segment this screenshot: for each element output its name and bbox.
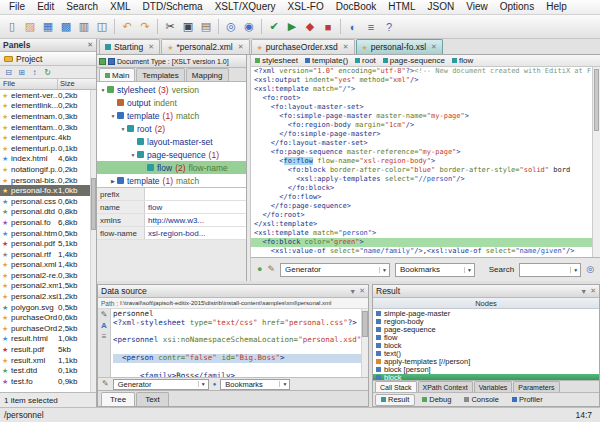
file-row[interactable]: ★personal2-re...0,3kb [0, 270, 96, 281]
doc-tab-main[interactable]: Main [99, 68, 135, 81]
tab-purchaseorder-xsd[interactable]: ★purchaseOrder.xsd✕ [251, 39, 355, 54]
menu-view[interactable]: View [460, 0, 494, 14]
collapse-all-icon[interactable]: ⊟ [3, 67, 14, 78]
undo-icon[interactable]: ↶ [118, 18, 136, 36]
panels-close-icon[interactable]: ✕ [87, 41, 93, 49]
bookmarks-select[interactable]: Bookmarks▼ [220, 379, 290, 390]
file-row[interactable]: ★test.dtd0,1kb [0, 365, 96, 376]
tree-node-flow[interactable]: flow(2)flow-name [97, 161, 246, 174]
breadcrumb-seg-root[interactable]: root [355, 56, 376, 65]
breadcrumb-seg-stylesheet[interactable]: stylesheet [255, 56, 298, 65]
new-file-icon[interactable]: ▯ [3, 18, 21, 36]
generator-select[interactable]: Generator▼ [280, 263, 390, 277]
copy-icon[interactable]: ▣ [179, 18, 197, 36]
file-row[interactable]: ★personal-bis....0,2kb [0, 175, 96, 186]
text-mode-icon[interactable]: A [101, 322, 107, 330]
help-icon[interactable]: ? [380, 18, 398, 36]
bottom-tab-profiler[interactable]: Profiler [506, 394, 549, 406]
panel-close-icon[interactable]: ✕ [590, 287, 596, 295]
view-tab-text[interactable]: Text [136, 392, 169, 406]
paste-icon[interactable]: ▤ [197, 18, 215, 36]
result-node[interactable]: block [373, 341, 599, 349]
menu-xsl-fo[interactable]: XSL-FO [282, 0, 330, 14]
tree-expander-icon[interactable]: ▼ [119, 126, 127, 132]
file-row[interactable]: ★result.xml1,1kb [0, 355, 96, 366]
menu-edit[interactable]: Edit [31, 0, 60, 14]
breadcrumb-seg-template[interactable]: template() [305, 56, 348, 65]
menu-options[interactable]: Options [494, 0, 540, 14]
context-tab-call-stack[interactable]: Call Stack [375, 381, 417, 392]
project-tab[interactable]: Project [0, 52, 96, 66]
scrollbar-thumb[interactable] [594, 69, 599, 131]
breadcrumb-seg-flow[interactable]: flow [452, 56, 473, 65]
file-row[interactable]: ★element-ver...0,2kb [0, 90, 96, 101]
file-row[interactable]: ★personal2.xsl1,2kb [0, 291, 96, 302]
search-icon[interactable]: ◎ [222, 18, 240, 36]
tree-node-template[interactable]: ▶template(1)match [97, 174, 246, 187]
stop-icon[interactable]: ■ [319, 18, 337, 36]
file-row[interactable]: ★elementlink...0,2kb [0, 101, 96, 112]
context-tab-parameters[interactable]: Parameters [513, 381, 559, 392]
tab-close-icon[interactable]: ✕ [148, 43, 154, 51]
tree-node-output[interactable]: outputindent [97, 96, 246, 109]
tree-node-root[interactable]: ▼root(2) [97, 122, 246, 135]
context-tab-variables[interactable]: Variables [474, 381, 513, 392]
preview-icon[interactable]: ◫ [93, 18, 111, 36]
file-row[interactable]: ★personal.xml1,4kb [0, 260, 96, 271]
tab-starting[interactable]: Starting✕ [99, 39, 160, 54]
file-row[interactable]: ★personal2.xml1,5kb [0, 281, 96, 292]
replace-icon[interactable]: ◉ [240, 18, 258, 36]
file-row[interactable]: ★purchaseOrd...0,6kb [0, 312, 96, 323]
file-row[interactable]: ★index.html4,6kb [0, 154, 96, 165]
column-header-size[interactable]: Size [58, 79, 96, 89]
result-node[interactable]: flow [373, 333, 599, 341]
tab-close-icon[interactable]: ✕ [238, 43, 244, 51]
menu-help[interactable]: Help [540, 0, 573, 14]
redo-icon[interactable]: ↷ [136, 18, 154, 36]
open-folder-icon[interactable]: ▨ [21, 18, 39, 36]
browser-icon[interactable]: ◐ [344, 18, 362, 36]
options-icon[interactable]: ≡ [362, 18, 380, 36]
search-input[interactable]: ▼ [519, 263, 581, 277]
menu-json[interactable]: JSON [422, 0, 461, 14]
result-node[interactable]: page-sequence [373, 325, 599, 333]
tab-close-icon[interactable]: ✕ [431, 43, 437, 51]
nodes-list[interactable]: simple-page-masterregion-bodypage-sequen… [373, 309, 599, 380]
expand-all-icon[interactable]: ⊞ [16, 67, 27, 78]
file-row[interactable]: ★test.fo0,9kb [0, 376, 96, 387]
code-editor[interactable]: <?xml version="1.0" encoding="utf-8"?><!… [251, 67, 600, 257]
file-row[interactable]: ★notationgif.p...0,2kb [0, 164, 96, 175]
file-row[interactable]: ★personal-fo.x...1,0kb [0, 185, 96, 196]
doc-tab-mapping[interactable]: Mapping [186, 68, 229, 81]
save-icon[interactable]: ▦ [39, 18, 57, 36]
file-row[interactable]: ★personal.css0,6kb [0, 196, 96, 207]
tab-personal2-xml[interactable]: ★*personal2.xml✕ [161, 39, 249, 54]
menu-xslt-xquery[interactable]: XSLT/XQuery [209, 0, 282, 14]
file-row[interactable]: ★personal.rtf1,4kb [0, 249, 96, 260]
editor-scrollbar[interactable] [592, 67, 600, 257]
result-node[interactable]: block [person] [373, 366, 599, 374]
transform-icon[interactable]: ▶ [283, 18, 301, 36]
validate-icon[interactable]: ✔ [265, 18, 283, 36]
breadcrumb-seg-page-sequence[interactable]: page-sequence [383, 56, 445, 65]
file-list-scrollbar[interactable] [90, 90, 96, 392]
file-row[interactable]: ★result.html1,0kb [0, 334, 96, 345]
column-header-file[interactable]: File [0, 79, 58, 89]
print-icon[interactable]: ▥ [75, 18, 93, 36]
file-row[interactable]: ★purchaseOrd...2,5kb [0, 323, 96, 334]
cut-icon[interactable]: ✂ [161, 18, 179, 36]
menu-docbook[interactable]: DocBook [330, 0, 383, 14]
tree-expander-icon[interactable]: ▼ [129, 152, 137, 158]
file-row[interactable]: ★elementpurc...4kb [0, 132, 96, 143]
tree-node-layout-master-set[interactable]: layout-master-set [97, 135, 246, 148]
file-row[interactable]: ★elementtam...0,3kb [0, 122, 96, 133]
generator-select[interactable]: Generator▼ [113, 379, 209, 390]
data-source-scrollbar[interactable] [361, 309, 368, 377]
file-row[interactable]: ★result.pdf5kb [0, 344, 96, 355]
file-row[interactable]: ★personal.htm...0,5kb [0, 228, 96, 239]
nodes-column-header[interactable]: Nodes [373, 298, 599, 309]
menu-xml[interactable]: XML [104, 0, 137, 14]
doc-tab-templates[interactable]: Templates [136, 68, 184, 81]
file-row[interactable]: ★personal.dtd0,8kb [0, 207, 96, 218]
save-all-icon[interactable]: ▩ [57, 18, 75, 36]
